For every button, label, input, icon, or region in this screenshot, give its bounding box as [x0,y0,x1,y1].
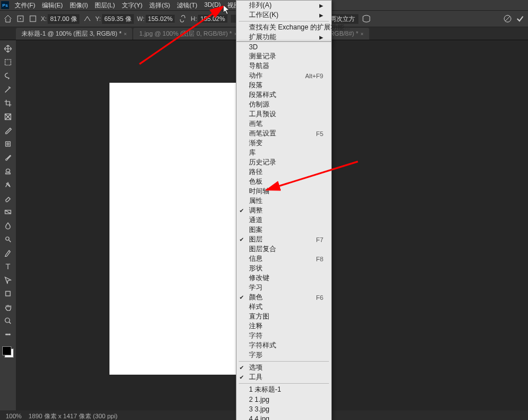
menu-item[interactable]: 1 未标题-1 [236,385,331,394]
type-tool-icon[interactable] [2,260,14,273]
menu-item[interactable]: 图像(I) [66,0,91,11]
menu-item[interactable]: 文字(Y) [119,0,146,11]
menu-item[interactable]: 画笔 [236,119,331,129]
menu-item[interactable]: 图层复合 [236,244,331,254]
menu-item[interactable]: 滤镜(T) [174,0,201,11]
gradient-tool-icon[interactable] [2,206,14,218]
menu-item[interactable]: 3D(D) [201,0,224,11]
close-icon[interactable]: × [361,31,364,37]
menu-item[interactable]: 渐变 [236,138,331,148]
menu-item-label: 渐变 [249,138,263,148]
menu-item[interactable]: 色板 [236,177,331,186]
rect-tool-icon[interactable] [2,287,14,300]
menu-item[interactable]: 测量记录 [236,52,331,61]
document-tab[interactable]: 1.jpg @ 100% (图层 0, RGB/8#) *× [133,28,243,40]
eraser-tool-icon[interactable] [2,192,14,205]
history-tool-icon[interactable] [2,179,14,191]
menu-item[interactable]: 信息F8 [236,254,331,264]
stamp-tool-icon[interactable] [2,165,14,177]
menu-item[interactable]: 图层(L) [91,0,118,11]
menu-item[interactable]: 属性 [236,196,331,206]
move-tool-icon[interactable] [2,43,14,55]
crop-tool-icon[interactable] [2,97,14,109]
home-icon[interactable] [3,14,12,23]
status-zoom[interactable]: 100% [6,413,22,419]
marquee-tool-icon[interactable] [2,56,14,69]
menu-separator [239,361,329,362]
wand-tool-icon[interactable] [2,83,14,96]
path-tool-icon[interactable] [2,274,14,286]
menu-item[interactable]: 库 [236,148,331,158]
menu-item[interactable]: 字符样式 [236,341,331,350]
menu-item[interactable]: 工作区(K)▶ [236,10,331,20]
menu-item[interactable]: 段落 [236,80,331,90]
menu-item[interactable]: 3D [236,42,331,52]
menu-item-label: 3D [249,43,257,51]
commit-transform-icon[interactable] [516,14,525,23]
foreground-color-icon[interactable] [2,346,11,355]
menu-item[interactable]: 样式 [236,302,331,312]
x-value[interactable]: 817.00 像 [48,14,79,24]
svg-rect-2 [30,16,36,22]
y-value[interactable]: 659.35 像 [102,14,134,24]
color-swatch[interactable] [2,346,14,358]
brush-tool-icon[interactable] [2,151,14,164]
menu-item[interactable]: 动作Alt+F9 [236,71,331,80]
menu-item[interactable]: ✔选项 [236,363,331,372]
menu-item[interactable]: 直方图 [236,312,331,321]
menu-item[interactable]: ✔工具 [236,372,331,382]
menu-item[interactable]: 字形 [236,350,331,360]
menu-item[interactable]: 3 3.jpg [236,404,331,414]
h-value[interactable]: 155.02% [198,15,227,23]
menu-item[interactable]: 文件(F) [11,0,39,11]
blur-tool-icon[interactable] [2,219,14,232]
menu-item[interactable]: 编辑(E) [39,0,66,11]
menu-item[interactable]: 形状 [236,264,331,273]
menu-item[interactable]: ✔图层F7 [236,235,331,244]
hand-tool-icon[interactable] [2,301,14,313]
more-tool-icon[interactable] [2,328,14,341]
menu-item[interactable]: 路径 [236,167,331,177]
menu-item[interactable]: 画笔设置F5 [236,129,331,138]
pen-tool-icon[interactable] [2,247,14,259]
menu-item[interactable]: ✔颜色F6 [236,292,331,302]
menu-item[interactable]: 字符 [236,331,331,341]
w-value[interactable]: 155.02% [146,15,175,23]
frame-tool-icon[interactable] [2,111,14,123]
menu-item-label: 样式 [249,302,263,312]
reference-point-icon[interactable] [16,14,25,23]
close-icon[interactable]: × [124,31,126,37]
menu-item[interactable]: 选择(S) [146,0,174,11]
document-tab[interactable]: 未标题-1 @ 100% (图层 3, RGB/8) *× [16,28,132,40]
status-dims[interactable]: 1890 像素 x 1417 像素 (300 ppi) [28,412,117,421]
menu-item[interactable]: 工具预设 [236,109,331,119]
cancel-transform-icon[interactable] [503,14,512,23]
menu-item[interactable]: 历史记录 [236,158,331,167]
link-wh-icon[interactable] [178,14,187,23]
lasso-tool-icon[interactable] [2,70,14,82]
menu-item-label: 调整 [249,206,263,215]
menu-item[interactable]: 4 4.jpg [236,414,331,420]
menu-item[interactable]: 学习 [236,283,331,292]
menu-shortcut: F7 [300,236,323,243]
heal-tool-icon[interactable] [2,138,14,150]
menu-item[interactable]: 排列(A)▶ [236,1,331,10]
menu-item[interactable]: 时间轴 [236,186,331,196]
warp-icon[interactable] [362,14,371,23]
menu-item[interactable]: 导航器 [236,61,331,71]
dodge-tool-icon[interactable] [2,233,14,245]
menu-item[interactable]: 注释 [236,321,331,331]
menu-item[interactable]: 扩展功能▶ [236,32,331,42]
toggle-bbox-icon[interactable] [28,14,37,23]
zoom-tool-icon[interactable] [2,315,14,327]
menu-item[interactable]: 查找有关 Exchange 的扩展功能... [236,23,331,32]
menu-item[interactable]: ✔调整 [236,206,331,215]
eyedropper-tool-icon[interactable] [2,124,14,137]
menu-item[interactable]: 修改键 [236,273,331,283]
menu-item[interactable]: 通道 [236,215,331,225]
menu-item[interactable]: 段落样式 [236,90,331,100]
menu-item[interactable]: 2 1.jpg [236,394,331,404]
menu-item[interactable]: 图案 [236,225,331,235]
menu-item[interactable]: 仿制源 [236,100,331,109]
swap-xy-icon[interactable] [83,14,92,23]
